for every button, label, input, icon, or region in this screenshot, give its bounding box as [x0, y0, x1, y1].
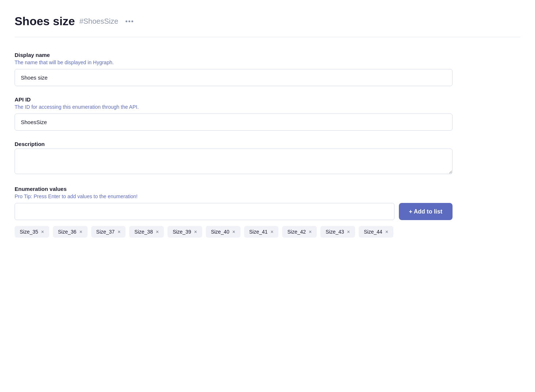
- tag-chip: Size_40×: [206, 226, 240, 238]
- page-hashtag: #ShoesSize: [79, 17, 118, 26]
- tag-chip: Size_38×: [129, 226, 164, 238]
- display-name-hint: The name that will be displayed in Hygra…: [15, 59, 453, 65]
- tag-label: Size_44: [364, 229, 382, 235]
- display-name-section: Display name The name that will be displ…: [15, 52, 453, 86]
- enumeration-section: Enumeration values Pro Tip: Press Enter …: [15, 186, 453, 238]
- display-name-input[interactable]: [15, 69, 453, 86]
- description-label: Description: [15, 141, 453, 147]
- tag-label: Size_42: [287, 229, 306, 235]
- tag-chip: Size_41×: [244, 226, 279, 238]
- page-title: Shoes size: [15, 15, 75, 28]
- tags-row: Size_35×Size_36×Size_37×Size_38×Size_39×…: [15, 226, 453, 238]
- tag-chip: Size_36×: [53, 226, 88, 238]
- api-id-section: API ID The ID for accessing this enumera…: [15, 96, 453, 131]
- tag-remove-button[interactable]: ×: [270, 229, 273, 234]
- enum-input-row: + Add to list: [15, 203, 453, 220]
- tag-chip: Size_39×: [168, 226, 202, 238]
- tag-label: Size_35: [20, 229, 38, 235]
- page-header: Shoes size #ShoesSize: [15, 15, 520, 37]
- tag-remove-button[interactable]: ×: [79, 229, 82, 234]
- api-id-label: API ID: [15, 96, 453, 103]
- tag-label: Size_37: [96, 229, 115, 235]
- tag-remove-button[interactable]: ×: [118, 229, 120, 234]
- tag-chip: Size_42×: [282, 226, 317, 238]
- tag-remove-button[interactable]: ×: [232, 229, 235, 234]
- tag-chip: Size_37×: [91, 226, 126, 238]
- tag-remove-button[interactable]: ×: [309, 229, 312, 234]
- api-id-hint: The ID for accessing this enumeration th…: [15, 104, 453, 110]
- tag-remove-button[interactable]: ×: [41, 229, 44, 234]
- enumeration-label: Enumeration values: [15, 186, 453, 192]
- tag-chip: Size_43×: [320, 226, 355, 238]
- tag-remove-button[interactable]: ×: [156, 229, 159, 234]
- display-name-label: Display name: [15, 52, 453, 58]
- tag-label: Size_38: [134, 229, 153, 235]
- tag-remove-button[interactable]: ×: [194, 229, 197, 234]
- tag-label: Size_40: [211, 229, 230, 235]
- tag-label: Size_36: [58, 229, 77, 235]
- tag-label: Size_43: [326, 229, 344, 235]
- enumeration-input[interactable]: [15, 203, 394, 220]
- tag-chip: Size_35×: [15, 226, 49, 238]
- tag-remove-button[interactable]: ×: [347, 229, 350, 234]
- enumeration-hint: Pro Tip: Press Enter to add values to th…: [15, 193, 453, 199]
- api-id-input[interactable]: [15, 114, 453, 131]
- tag-label: Size_41: [249, 229, 268, 235]
- description-section: Description: [15, 141, 453, 176]
- more-options-button[interactable]: [123, 19, 136, 24]
- add-to-list-button[interactable]: + Add to list: [399, 203, 453, 220]
- tag-label: Size_39: [173, 229, 191, 235]
- tag-remove-button[interactable]: ×: [385, 229, 388, 234]
- description-input[interactable]: [15, 149, 453, 174]
- tag-chip: Size_44×: [359, 226, 393, 238]
